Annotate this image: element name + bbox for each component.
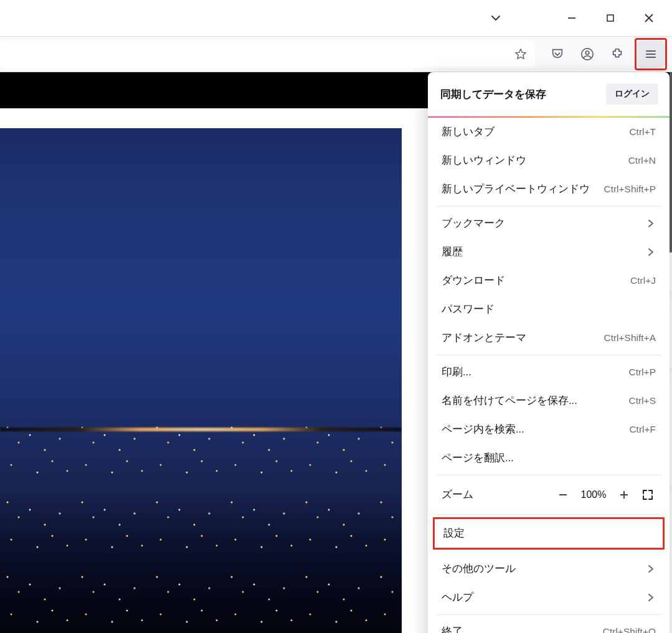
bookmark-star-icon[interactable] bbox=[514, 47, 528, 61]
menu-settings[interactable]: 設定 bbox=[433, 517, 665, 550]
sync-row[interactable]: 同期してデータを保存 ログイン bbox=[428, 72, 670, 116]
login-button[interactable]: ログイン bbox=[606, 83, 658, 105]
chevron-right-icon bbox=[646, 247, 656, 257]
menu-more-tools[interactable]: その他のツール bbox=[428, 555, 670, 583]
address-bar[interactable] bbox=[0, 40, 535, 68]
sync-label: 同期してデータを保存 bbox=[440, 87, 546, 101]
window-titlebar bbox=[0, 0, 672, 36]
menu-exit[interactable]: 終了 Ctrl+Shift+Q bbox=[428, 617, 670, 633]
menu-shortcut: Ctrl+F bbox=[629, 424, 656, 435]
menu-separator bbox=[437, 355, 661, 355]
hamburger-highlight bbox=[635, 38, 667, 70]
menu-new-private-window[interactable]: 新しいプライベートウィンドウ Ctrl+Shift+P bbox=[428, 175, 670, 204]
menu-shortcut: Ctrl+N bbox=[628, 155, 656, 166]
menu-label: ダウンロード bbox=[442, 274, 505, 288]
menu-label: ページを翻訳... bbox=[442, 451, 514, 465]
menu-separator bbox=[437, 206, 661, 207]
menu-separator bbox=[437, 614, 661, 615]
zoom-label: ズーム bbox=[442, 488, 552, 502]
tabs-dropdown-icon[interactable] bbox=[476, 0, 515, 36]
menu-downloads[interactable]: ダウンロード Ctrl+J bbox=[428, 266, 670, 295]
menu-shortcut: Ctrl+Shift+Q bbox=[603, 626, 656, 633]
menu-label: ページ内を検索... bbox=[442, 423, 524, 436]
menu-label: 履歴 bbox=[442, 245, 463, 259]
chevron-right-icon bbox=[646, 218, 656, 228]
menu-scrollbar[interactable] bbox=[670, 72, 672, 253]
menu-label: その他のツール bbox=[442, 562, 516, 576]
account-icon[interactable] bbox=[574, 40, 601, 68]
menu-shortcut: Ctrl+S bbox=[629, 395, 656, 406]
zoom-row: ズーム 100% bbox=[428, 478, 670, 512]
menu-label: 設定 bbox=[443, 527, 465, 538]
browser-toolbar bbox=[0, 36, 672, 72]
menu-label: アドオンとテーマ bbox=[442, 331, 526, 345]
app-menu-button[interactable] bbox=[637, 40, 665, 68]
menu-find[interactable]: ページ内を検索... Ctrl+F bbox=[428, 415, 670, 444]
chevron-right-icon bbox=[646, 564, 656, 574]
fullscreen-button[interactable] bbox=[637, 484, 658, 505]
svg-rect-1 bbox=[607, 15, 613, 21]
menu-history[interactable]: 履歴 bbox=[428, 238, 670, 266]
menu-shortcut: Ctrl+P bbox=[629, 367, 656, 378]
menu-new-tab[interactable]: 新しいタブ Ctrl+T bbox=[428, 118, 670, 146]
svg-point-3 bbox=[585, 51, 589, 55]
menu-label: 名前を付けてページを保存... bbox=[442, 394, 577, 408]
app-menu: 同期してデータを保存 ログイン 新しいタブ Ctrl+T 新しいウィンドウ Ct… bbox=[428, 72, 670, 633]
close-button[interactable] bbox=[630, 0, 668, 36]
menu-bookmarks[interactable]: ブックマーク bbox=[428, 209, 670, 238]
zoom-out-button[interactable] bbox=[552, 484, 574, 505]
menu-separator bbox=[437, 475, 661, 476]
menu-label: 新しいプライベートウィンドウ bbox=[442, 182, 590, 196]
hero-night-image bbox=[0, 128, 402, 633]
zoom-in-button[interactable] bbox=[613, 484, 635, 505]
menu-print[interactable]: 印刷... Ctrl+P bbox=[428, 358, 670, 387]
menu-shortcut: Ctrl+J bbox=[630, 275, 656, 286]
menu-shortcut: Ctrl+T bbox=[629, 126, 656, 138]
menu-passwords[interactable]: パスワード bbox=[428, 295, 670, 324]
chevron-right-icon bbox=[646, 593, 656, 603]
menu-help[interactable]: ヘルプ bbox=[428, 583, 670, 612]
menu-label: ブックマーク bbox=[442, 217, 505, 230]
menu-addons[interactable]: アドオンとテーマ Ctrl+Shift+A bbox=[428, 324, 670, 352]
menu-new-window[interactable]: 新しいウィンドウ Ctrl+N bbox=[428, 146, 670, 175]
menu-save-page[interactable]: 名前を付けてページを保存... Ctrl+S bbox=[428, 387, 670, 415]
zoom-value: 100% bbox=[574, 489, 613, 500]
maximize-button[interactable] bbox=[591, 0, 630, 36]
menu-label: パスワード bbox=[442, 302, 495, 316]
minimize-button[interactable] bbox=[552, 0, 591, 36]
menu-shortcut: Ctrl+Shift+A bbox=[603, 332, 656, 344]
pocket-icon[interactable] bbox=[544, 40, 571, 68]
menu-separator bbox=[437, 514, 661, 515]
menu-label: 印刷... bbox=[442, 365, 471, 379]
menu-shortcut: Ctrl+Shift+P bbox=[603, 184, 656, 195]
extensions-icon[interactable] bbox=[603, 40, 631, 68]
menu-translate[interactable]: ページを翻訳... bbox=[428, 444, 670, 472]
menu-label: 新しいタブ bbox=[442, 125, 495, 139]
menu-label: 新しいウィンドウ bbox=[442, 154, 526, 167]
menu-label: 終了 bbox=[442, 625, 463, 633]
menu-label: ヘルプ bbox=[442, 591, 473, 604]
